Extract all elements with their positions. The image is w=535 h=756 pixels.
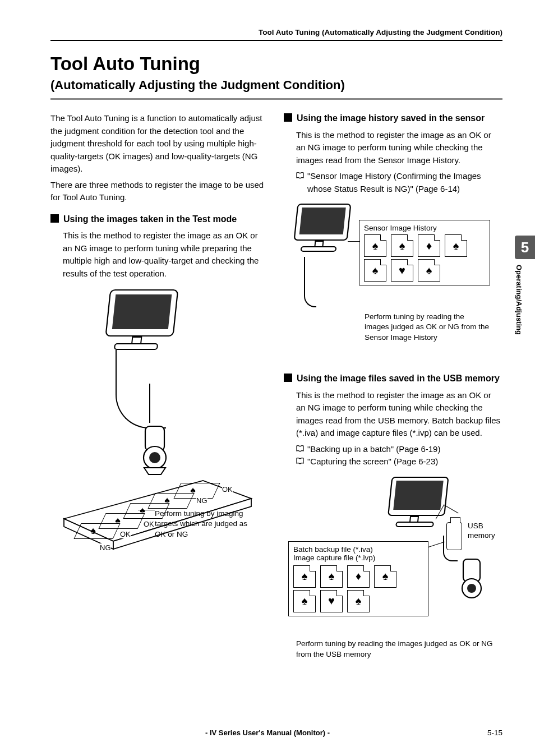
image-file-icon: ♠ bbox=[418, 259, 440, 282]
chapter-side-tab: 5 Operating/Adjusting bbox=[515, 236, 535, 335]
section-2-reference: "Sensor Image History (Confirming the Im… bbox=[284, 170, 502, 195]
figure-test-mode: ♠ ♠ ♠ ♠ ♠ OK NG OK OK NG Perform tuning … bbox=[59, 285, 261, 566]
section-2-body: This is the method to register the image… bbox=[284, 129, 502, 167]
callout-leader-line bbox=[138, 510, 155, 510]
footer-center: - IV Series User's Manual (Monitor) - bbox=[205, 729, 330, 737]
image-file-icon: ♠ bbox=[293, 565, 316, 588]
running-header: Tool Auto Tuning (Automatically Adjustin… bbox=[50, 28, 502, 40]
intro-paragraph-1: The Tool Auto Tuning is a function to au… bbox=[50, 112, 269, 176]
usb-box-line-1: Batch backup file (*.iva) bbox=[293, 545, 423, 554]
section-3-body: This is the method to register the image… bbox=[284, 389, 502, 440]
square-bullet-icon bbox=[284, 113, 292, 122]
svg-rect-3 bbox=[114, 344, 158, 349]
intro-paragraph-2: There are three methods to register the … bbox=[50, 179, 269, 204]
image-file-icon: ♦ bbox=[418, 234, 440, 257]
image-file-icon: ♠ bbox=[391, 234, 413, 257]
image-file-icon: ♠ bbox=[293, 590, 316, 612]
callout-leader-line bbox=[428, 541, 445, 547]
svg-rect-12 bbox=[393, 481, 443, 510]
camera-icon bbox=[135, 423, 174, 479]
right-column: Using the image history saved in the sen… bbox=[284, 112, 502, 663]
figure-3-caption: Perform tuning by reading the images jud… bbox=[284, 639, 502, 660]
ok-badge: OK bbox=[144, 520, 154, 528]
section-1-heading: Using the images taken in the Test mode bbox=[50, 213, 269, 225]
sensor-history-box: Sensor Image History ♠ ♠ ♦ ♠ ♠ ♥ ♠ bbox=[359, 220, 490, 285]
book-icon bbox=[296, 458, 304, 464]
square-bullet-icon bbox=[50, 214, 59, 223]
section-3-reference-2: "Capturing the screen" (Page 6-23) bbox=[284, 455, 502, 468]
image-file-icon: ♠ bbox=[374, 565, 396, 588]
square-bullet-icon bbox=[284, 374, 292, 382]
book-icon bbox=[296, 172, 304, 179]
monitor-icon bbox=[99, 285, 194, 358]
left-column: The Tool Auto Tuning is a function to au… bbox=[50, 112, 269, 663]
ng-badge: NG bbox=[196, 496, 207, 505]
figure-usb-memory: USB memory Batch backup file (*.iva) Ima… bbox=[287, 474, 500, 637]
book-icon bbox=[296, 445, 304, 452]
image-file-icon: ♠ bbox=[364, 234, 386, 257]
image-file-icon: ♠ bbox=[320, 565, 343, 588]
svg-rect-14 bbox=[396, 522, 433, 527]
svg-rect-10 bbox=[301, 247, 336, 251]
section-3-reference-1: "Backing up in a batch" (Page 6-19) bbox=[284, 443, 502, 456]
section-3-reference-1-text: "Backing up in a batch" (Page 6-19) bbox=[307, 443, 440, 456]
ok-badge: OK bbox=[222, 485, 233, 494]
svg-rect-1 bbox=[112, 294, 172, 329]
header-rule bbox=[50, 40, 502, 41]
usb-label: USB memory bbox=[468, 521, 500, 541]
section-3-heading-text: Using the image files saved in the USB m… bbox=[297, 372, 500, 385]
figure-image-history: Sensor Image History ♠ ♠ ♦ ♠ ♠ ♥ ♠ Perfo… bbox=[287, 201, 495, 363]
section-2-heading: Using the image history saved in the sen… bbox=[284, 112, 502, 125]
svg-rect-8 bbox=[299, 208, 346, 234]
ok-badge: OK bbox=[120, 530, 131, 538]
chapter-label: Operating/Adjusting bbox=[515, 265, 528, 335]
cable-icon bbox=[304, 257, 316, 307]
figure-1-callout: Perform tuning by imaging targets which … bbox=[155, 509, 256, 540]
svg-point-6 bbox=[149, 452, 160, 463]
section-1-heading-text: Using the images taken in the Test mode bbox=[63, 213, 237, 225]
camera-icon bbox=[454, 557, 489, 607]
usb-box-line-2: Image capture file (*.ivp) bbox=[293, 554, 423, 562]
section-3-heading: Using the image files saved in the USB m… bbox=[284, 372, 502, 385]
section-2-heading-text: Using the image history saved in the sen… bbox=[297, 112, 485, 125]
part-icon: ♠ bbox=[73, 523, 120, 539]
callout-leader-line bbox=[348, 241, 360, 242]
svg-point-17 bbox=[467, 584, 476, 593]
usb-file-box: Batch backup file (*.iva) Image capture … bbox=[288, 541, 428, 616]
image-file-icon: ♥ bbox=[320, 590, 343, 612]
chapter-number: 5 bbox=[515, 236, 535, 259]
cable-icon bbox=[149, 384, 155, 423]
title-rule bbox=[50, 98, 502, 100]
page-number: 5-15 bbox=[487, 729, 502, 737]
section-3-reference-2-text: "Capturing the screen" (Page 6-23) bbox=[307, 455, 438, 468]
image-file-icon: ♠ bbox=[445, 234, 467, 257]
image-file-icon: ♦ bbox=[347, 565, 370, 588]
section-2-reference-text: "Sensor Image History (Confirming the Im… bbox=[307, 170, 502, 195]
ng-badge: NG bbox=[100, 543, 111, 552]
page-title: Tool Auto Tuning bbox=[50, 53, 502, 75]
section-1-body: This is the method to register the image… bbox=[50, 229, 269, 280]
page-footer: - IV Series User's Manual (Monitor) - 5-… bbox=[0, 729, 535, 737]
image-file-icon: ♠ bbox=[364, 259, 386, 282]
monitor-icon bbox=[289, 201, 362, 259]
sensor-history-label: Sensor Image History bbox=[364, 224, 485, 232]
image-file-icon: ♥ bbox=[391, 259, 413, 282]
cable-icon bbox=[116, 350, 166, 428]
figure-2-callout: Perform tuning by reading the images jud… bbox=[365, 312, 491, 343]
image-file-icon: ♠ bbox=[347, 590, 370, 612]
page-subtitle: (Automatically Adjusting the Judgment Co… bbox=[50, 78, 502, 93]
